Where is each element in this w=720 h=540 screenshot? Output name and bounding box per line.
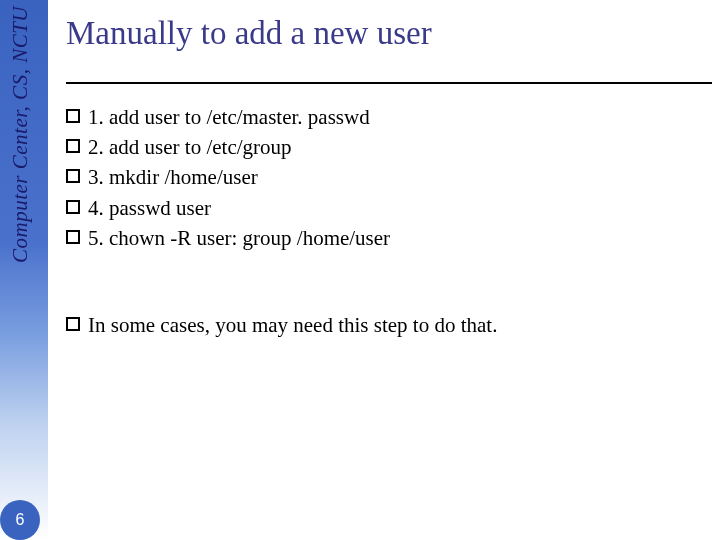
content-area: Manually to add a new user 1. add user t… [66, 0, 710, 540]
page-number: 6 [16, 511, 25, 529]
list-item: In some cases, you may need this step to… [66, 310, 710, 340]
bullet-icon [66, 317, 80, 331]
list-item: 2. add user to /etc/group [66, 132, 710, 162]
list-item: 5. chown -R user: group /home/user [66, 223, 710, 253]
sidebar: Computer Center, CS, NCTU [0, 0, 48, 540]
spacer [66, 254, 710, 310]
list-item-text: 2. add user to /etc/group [88, 132, 292, 162]
sidebar-label: Computer Center, CS, NCTU [8, 6, 33, 263]
title-underline [66, 82, 712, 84]
slide-body: 1. add user to /etc/master. passwd 2. ad… [66, 102, 710, 341]
note-text: In some cases, you may need this step to… [88, 310, 497, 340]
page-number-badge: 6 [0, 500, 40, 540]
list-item-text: 5. chown -R user: group /home/user [88, 223, 390, 253]
list-item-text: 3. mkdir /home/user [88, 162, 258, 192]
slide: Computer Center, CS, NCTU Manually to ad… [0, 0, 720, 540]
bullet-icon [66, 139, 80, 153]
bullet-icon [66, 109, 80, 123]
bullet-icon [66, 200, 80, 214]
list-item-text: 4. passwd user [88, 193, 211, 223]
slide-title: Manually to add a new user [66, 14, 710, 54]
bullet-icon [66, 230, 80, 244]
list-item: 3. mkdir /home/user [66, 162, 710, 192]
list-item: 4. passwd user [66, 193, 710, 223]
list-item: 1. add user to /etc/master. passwd [66, 102, 710, 132]
list-item-text: 1. add user to /etc/master. passwd [88, 102, 370, 132]
bullet-icon [66, 169, 80, 183]
